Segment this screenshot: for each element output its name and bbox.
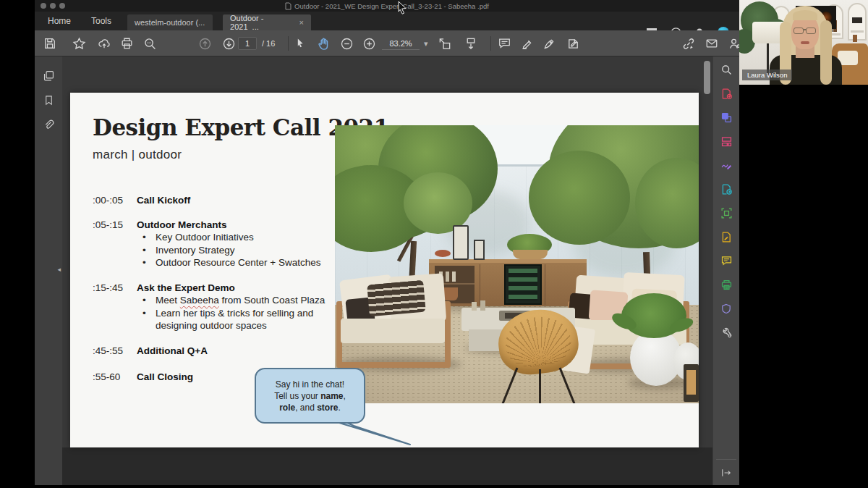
- agenda-bullet: Meet Sabeeha from South Coast Plaza: [137, 294, 325, 307]
- agenda-bullet: Outdoor Resource Center + Swatches: [137, 256, 321, 269]
- agenda-row: :55-60 Call Closing: [93, 371, 193, 382]
- window-title-group: Outdoor - 2021_WE Design Expert Call_3-2…: [35, 0, 739, 12]
- home-tab[interactable]: Home: [38, 12, 81, 30]
- combine-files-icon[interactable]: [719, 110, 733, 125]
- wicker-chair: [495, 310, 582, 393]
- agenda-row: :45-:55 Additional Q+A: [93, 345, 208, 356]
- window-title: Outdoor - 2021_WE Design Expert Call_3-2…: [294, 2, 489, 10]
- save-icon[interactable]: [42, 35, 58, 51]
- mouse-cursor: [397, 1, 407, 15]
- fill-sign-icon[interactable]: [541, 35, 557, 51]
- highlighter-icon[interactable]: [519, 35, 535, 51]
- window-titlebar: Outdoor - 2021_WE Design Expert Call_3-2…: [35, 0, 739, 12]
- search-icon[interactable]: [142, 35, 158, 51]
- star-icon[interactable]: [71, 35, 87, 51]
- shelf-arch: [848, 3, 867, 41]
- acrobat-window: Outdoor - 2021_WE Design Expert Call_3-2…: [35, 0, 739, 485]
- export-pdf-icon[interactable]: [719, 182, 733, 196]
- email-icon[interactable]: [704, 35, 720, 51]
- zoom-in-icon[interactable]: [361, 35, 377, 51]
- hand-tool-icon[interactable]: [315, 35, 331, 51]
- next-page-icon[interactable]: [221, 35, 237, 51]
- share-link-icon[interactable]: [681, 35, 697, 51]
- slide-subtitle: march | outdoor: [93, 148, 182, 162]
- request-signatures-icon[interactable]: [719, 230, 733, 244]
- tools-panel-rail: ◂: [712, 56, 739, 485]
- participant-name-label: Laura Wilson: [742, 70, 792, 80]
- beverage-fridge: [504, 264, 542, 305]
- collapse-left-panel-arrow[interactable]: ◂: [57, 266, 61, 273]
- pdf-page: Design Expert Call 2021 march | outdoor …: [70, 93, 699, 447]
- print-production-icon[interactable]: [719, 277, 733, 292]
- vertical-scrollbar[interactable]: [704, 61, 710, 94]
- scan-ocr-icon[interactable]: [719, 206, 733, 220]
- striped-pillow: [367, 280, 426, 317]
- agenda-row: :00-:05 Call Kickoff: [93, 195, 190, 206]
- page-count-label: / 16: [262, 39, 275, 48]
- comment-tool-icon[interactable]: [719, 253, 733, 268]
- agenda-row: :05-:15 Outdoor Merchants Key Outdoor In…: [93, 219, 321, 269]
- close-tab-icon[interactable]: ×: [299, 18, 304, 27]
- protect-icon[interactable]: [719, 301, 733, 316]
- agenda-bullet: Inventory Strategy: [137, 244, 321, 257]
- document-viewer: Design Expert Call 2021 march | outdoor …: [62, 56, 712, 485]
- create-pdf-icon[interactable]: [719, 86, 733, 101]
- scroll-mode-icon[interactable]: [463, 35, 479, 51]
- document-tab-outdoor[interactable]: Outdoor - 2021_... ×: [223, 14, 311, 30]
- select-tool-icon[interactable]: [292, 35, 308, 51]
- previous-page-icon[interactable]: [197, 35, 213, 51]
- stamp-tool-icon[interactable]: [565, 35, 581, 51]
- webcam-video[interactable]: Laura Wilson: [739, 0, 868, 85]
- shared-screen: Outdoor - 2021_WE Design Expert Call_3-2…: [0, 0, 868, 488]
- page-number-input[interactable]: 1: [238, 37, 257, 50]
- document-icon: [285, 2, 292, 10]
- spellcheck-underlined-word: Sabeeha: [180, 295, 219, 306]
- expand-tools-panel-icon[interactable]: [719, 466, 733, 480]
- more-tools-icon[interactable]: [719, 325, 733, 340]
- fit-page-icon[interactable]: [437, 35, 453, 51]
- tools-tab[interactable]: Tools: [81, 12, 122, 30]
- glasses: [793, 28, 804, 34]
- document-tab-westelm[interactable]: westelm-outdoor (...: [127, 14, 213, 30]
- viewer-background: [62, 447, 712, 485]
- main-toolbar: 1 / 16 83.2% ▾: [35, 30, 739, 56]
- agenda-bullet: Learn her tips & tricks for selling andd…: [137, 307, 325, 332]
- left-panel-rail: ◂: [35, 56, 62, 485]
- attachments-icon[interactable]: [41, 117, 56, 132]
- share-cloud-icon[interactable]: [96, 35, 112, 51]
- zoom-out-icon[interactable]: [339, 35, 354, 51]
- callout-bubble: Say hi in the chat! Tell us your name, r…: [255, 368, 365, 424]
- zoom-level-dropdown[interactable]: 83.2%: [382, 37, 420, 50]
- page-thumbnails-icon[interactable]: [41, 68, 56, 83]
- edit-pdf-icon[interactable]: [719, 158, 733, 172]
- agenda-row: :15-:45 Ask the Expert Demo Meet Sabeeha…: [93, 282, 325, 332]
- outdoor-patio-photo: [335, 125, 699, 403]
- print-icon[interactable]: [119, 35, 135, 51]
- organize-pages-icon[interactable]: [719, 134, 733, 148]
- agenda-bullet: Key Outdoor Initiatives: [137, 231, 321, 244]
- comment-icon[interactable]: [496, 35, 512, 51]
- zoom-caret-icon[interactable]: ▾: [424, 39, 428, 49]
- left-sofa: [335, 274, 454, 371]
- search-tools-icon[interactable]: [719, 62, 733, 77]
- lantern: [453, 225, 469, 260]
- tab-bar: Home Tools westelm-outdoor (... Outdoor …: [35, 12, 739, 30]
- lantern: [474, 240, 485, 260]
- corner-lantern: [684, 364, 699, 402]
- bookmarks-icon[interactable]: [41, 93, 56, 107]
